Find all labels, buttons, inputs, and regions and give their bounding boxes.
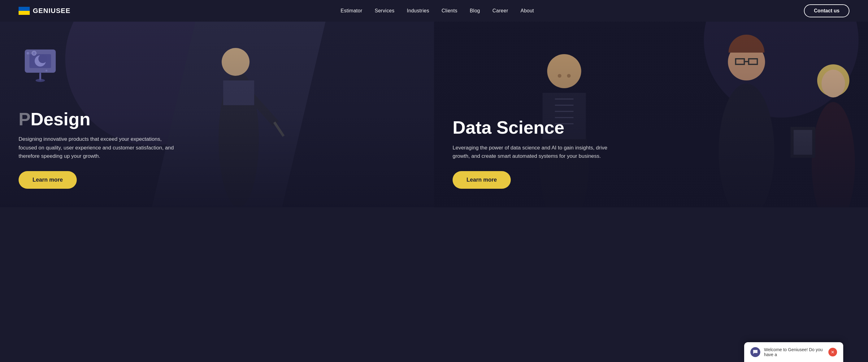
design-card-content: PDesign Designing innovative products th… <box>19 109 418 189</box>
nav-item-services[interactable]: Services <box>375 8 394 13</box>
nav-item-blog[interactable]: Blog <box>470 8 480 13</box>
contact-button[interactable]: Contact us <box>804 4 849 17</box>
design-card: PDesign Designing innovative products th… <box>0 22 434 207</box>
data-science-title: Data Science <box>453 118 852 137</box>
data-science-description: Leveraging the power of data science and… <box>453 143 614 160</box>
design-icon-wrapper <box>16 37 65 88</box>
logo-text: GENIUSEE <box>33 7 70 15</box>
nav-links: Estimator Services Industries Clients Bl… <box>341 8 534 13</box>
svg-point-8 <box>27 52 29 55</box>
data-science-learn-more-button[interactable]: Learn more <box>453 171 511 189</box>
svg-point-5 <box>32 52 36 55</box>
navbar: GENIUSEE Estimator Services Industries C… <box>0 0 868 22</box>
nav-item-career[interactable]: Career <box>493 8 508 13</box>
design-learn-more-button[interactable]: Learn more <box>19 171 77 189</box>
design-title-prefix: P <box>19 109 31 129</box>
design-icon <box>16 37 65 87</box>
design-description: Designing innovative products that excee… <box>19 135 180 160</box>
logo[interactable]: GENIUSEE <box>19 7 70 15</box>
svg-point-7 <box>36 79 45 82</box>
data-science-card: Data Science Leveraging the power of dat… <box>434 22 868 207</box>
nav-item-about[interactable]: About <box>521 8 534 13</box>
data-science-card-content: Data Science Leveraging the power of dat… <box>453 118 852 189</box>
design-title: PDesign <box>19 109 418 129</box>
main-content: PDesign Designing innovative products th… <box>0 22 868 207</box>
svg-point-3 <box>38 55 47 63</box>
nav-item-clients[interactable]: Clients <box>442 8 458 13</box>
nav-item-estimator[interactable]: Estimator <box>341 8 362 13</box>
svg-point-9 <box>45 70 48 71</box>
ukraine-flag-icon <box>19 7 30 15</box>
nav-item-industries[interactable]: Industries <box>407 8 429 13</box>
